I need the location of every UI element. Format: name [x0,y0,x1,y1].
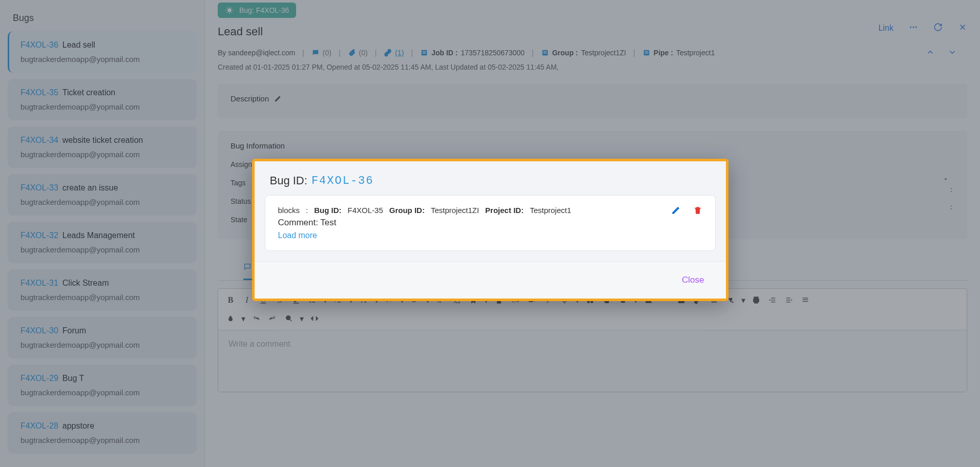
close-modal-button[interactable]: Close [676,271,710,289]
delete-link-icon[interactable] [693,206,702,215]
edit-link-icon[interactable] [671,206,680,215]
modal-overlay[interactable]: Bug ID: F4XOL-36 blocks : Bug ID: F4XOL-… [0,0,980,467]
link-comment: Test [320,218,336,227]
load-more-link[interactable]: Load more [278,231,702,240]
modal-bug-id: F4XOL-36 [311,175,374,187]
modal-header: Bug ID: F4XOL-36 [255,161,726,195]
linked-bug-id: F4XOL-35 [348,206,383,215]
linked-group-id: Testproject1ZI [431,206,479,215]
link-modal: Bug ID: F4XOL-36 blocks : Bug ID: F4XOL-… [252,159,728,301]
linked-project-id: Testproject1 [530,206,571,215]
relation-type: blocks [278,206,300,215]
link-card: blocks : Bug ID: F4XOL-35 Group ID: Test… [265,195,716,251]
